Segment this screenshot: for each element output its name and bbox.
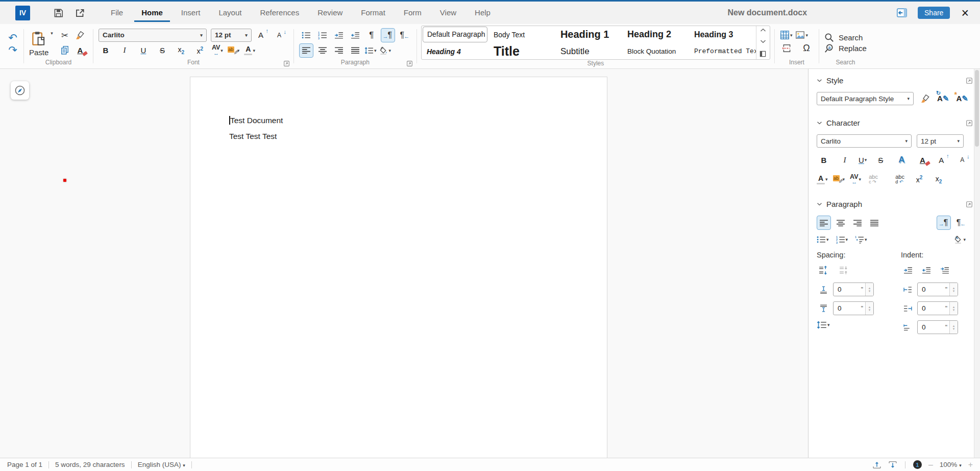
share-button[interactable]: Share <box>918 7 950 19</box>
document-page[interactable]: Test Document Test Test Test <box>190 77 607 458</box>
sidebar-clone-formatting-button[interactable] <box>921 94 930 103</box>
copy-button[interactable] <box>58 43 72 57</box>
user-count-badge[interactable]: 1 <box>913 460 922 469</box>
sidebar-grow-font-button[interactable]: A↑ <box>936 153 950 167</box>
tab-insert[interactable]: Insert <box>174 4 208 22</box>
spin-arrows[interactable]: ▴▾ <box>865 302 873 315</box>
paragraph-dialog-launcher[interactable] <box>406 60 413 67</box>
font-name-combobox[interactable]: Carlito ▾ <box>99 29 207 42</box>
sidebar-italic-button[interactable]: I <box>838 153 852 167</box>
style-item-block-quotation[interactable]: Block Quotation <box>622 48 689 55</box>
sidebar-bullet-list-button[interactable]: ▾ <box>817 236 829 244</box>
sidebar-subscript-button[interactable]: x2 <box>932 172 946 186</box>
clone-formatting-button[interactable] <box>73 28 87 42</box>
sidebar-underline-button[interactable]: U▾ <box>859 156 867 164</box>
style-item-subtitle[interactable]: Subtitle <box>555 46 622 57</box>
sidebar-clear-formatting-button[interactable]: A <box>915 153 929 167</box>
subscript-button[interactable]: x2 <box>174 43 188 58</box>
grow-font-button[interactable]: A↑ <box>256 28 270 42</box>
close-document-button[interactable]: × <box>961 7 969 19</box>
page-count-status[interactable]: Page 1 of 1 <box>7 461 42 468</box>
tab-layout[interactable]: Layout <box>211 4 249 22</box>
sidebar-font-size-combobox[interactable]: 12 pt ▾ <box>917 134 964 148</box>
first-line-indent-input[interactable]: 0 " ▴▾ <box>917 320 958 334</box>
switch-indent-button[interactable] <box>938 263 952 277</box>
character-section-collapse-button[interactable] <box>817 121 822 125</box>
bullet-list-button[interactable] <box>299 28 313 42</box>
document-line-2[interactable]: Test Test Test <box>229 132 277 140</box>
highlight-color-button[interactable]: ab✎ ▾ <box>228 46 240 55</box>
style-item-heading2[interactable]: Heading 2 <box>622 29 689 40</box>
shrink-font-button[interactable]: A↓ <box>274 28 288 42</box>
sidebar-character-spacing-button[interactable]: AV↔ ▾ <box>850 174 861 185</box>
right-to-left-button[interactable]: ¶← <box>397 28 411 42</box>
zoom-in-button[interactable]: + <box>968 460 973 469</box>
sidebar-ltr-button[interactable]: →¶ <box>937 216 951 230</box>
style-item-preformatted[interactable]: Preformatted Text <box>689 48 756 55</box>
above-paragraph-spacing-input[interactable]: 0 " ▴▾ <box>833 282 874 296</box>
sidebar-align-center-button[interactable] <box>834 216 848 230</box>
next-page-button[interactable] <box>888 461 897 469</box>
sidebar-superscript-button[interactable]: x2 <box>912 172 926 186</box>
before-text-indent-input[interactable]: 0 " ▴▾ <box>917 282 958 296</box>
document-canvas[interactable]: Test Document Test Test Test <box>0 69 808 458</box>
paragraph-style-combobox[interactable]: Default Paragraph Style ▾ <box>817 92 914 105</box>
style-item-body-text[interactable]: Body Text <box>488 31 555 39</box>
styles-scroll-down-button[interactable] <box>760 39 766 43</box>
style-item-default-paragraph[interactable]: Default Paragraph Style <box>423 27 487 42</box>
style-section-collapse-button[interactable] <box>817 79 822 82</box>
document-line-1[interactable]: Test Document <box>230 116 283 125</box>
left-to-right-button[interactable]: →¶ <box>381 28 395 42</box>
increase-paragraph-spacing-button[interactable] <box>817 263 831 277</box>
after-text-indent-input[interactable]: 0 " ▴▾ <box>917 301 958 315</box>
new-style-button[interactable]: *A✎ <box>956 94 968 103</box>
increase-indent-button[interactable] <box>332 28 346 42</box>
align-left-button[interactable] <box>299 43 313 58</box>
open-in-new-window-button[interactable] <box>73 6 86 19</box>
replace-button[interactable]: a Replace <box>824 43 867 53</box>
insert-table-button[interactable]: ▾ <box>780 30 793 40</box>
character-section-more-button[interactable] <box>966 120 973 127</box>
text-shadow-button[interactable]: A <box>894 153 909 167</box>
align-center-button[interactable] <box>315 43 330 58</box>
search-button[interactable]: Search <box>824 33 867 42</box>
collapse-sidebar-button[interactable] <box>896 8 908 18</box>
paste-dropdown-caret[interactable]: ▾ <box>51 31 53 36</box>
navigator-button[interactable] <box>11 81 29 100</box>
language-status[interactable]: English (USA) ▾ <box>138 461 185 468</box>
sidebar-font-name-combobox[interactable]: Carlito ▾ <box>817 134 912 148</box>
superscript-button[interactable]: x2 <box>193 43 207 58</box>
tab-review[interactable]: Review <box>310 4 350 22</box>
insert-page-break-button[interactable] <box>780 41 794 55</box>
paste-button[interactable]: Paste ▾ <box>29 29 53 57</box>
numbered-list-button[interactable]: 1 2 3 <box>315 28 330 42</box>
paragraph-section-collapse-button[interactable] <box>817 202 822 206</box>
styles-panel-button[interactable] <box>760 51 766 57</box>
sidebar-shrink-font-button[interactable]: A↓ <box>957 153 971 167</box>
undo-button[interactable]: ↶ <box>5 32 20 44</box>
lowercase-button[interactable]: abcc ↷ <box>866 172 880 186</box>
app-logo[interactable]: IV <box>15 6 30 20</box>
style-item-heading4[interactable]: Heading 4 <box>422 48 488 56</box>
previous-page-button[interactable] <box>872 461 881 469</box>
sidebar-scrollbar[interactable] <box>974 69 980 458</box>
line-spacing-button[interactable]: ▾ <box>364 46 377 55</box>
style-item-heading3[interactable]: Heading 3 <box>689 30 756 39</box>
sidebar-bold-button[interactable]: B <box>817 153 831 167</box>
tab-form[interactable]: Form <box>397 4 429 22</box>
character-spacing-button[interactable]: abAV↔ ▾ <box>212 44 223 56</box>
document-text[interactable]: Test Document Test Test Test <box>190 77 607 141</box>
zoom-out-button[interactable]: – <box>928 460 933 469</box>
decrease-indent-button[interactable] <box>348 28 362 42</box>
tab-references[interactable]: References <box>253 4 306 22</box>
below-paragraph-spacing-input[interactable]: 0 " ▴▾ <box>833 301 874 315</box>
redo-button[interactable]: ↷ <box>5 44 20 56</box>
paragraph-section-more-button[interactable] <box>966 201 973 208</box>
sidebar-font-color-button[interactable]: A ▾ <box>817 175 828 184</box>
strikethrough-button[interactable]: S <box>155 43 169 58</box>
sidebar-scrollbar-thumb[interactable] <box>975 70 979 147</box>
font-color-button[interactable]: A ▾ <box>244 45 255 55</box>
tab-home[interactable]: Home <box>134 4 170 22</box>
spin-arrows[interactable]: ▴▾ <box>949 302 958 315</box>
tab-help[interactable]: Help <box>468 4 498 22</box>
